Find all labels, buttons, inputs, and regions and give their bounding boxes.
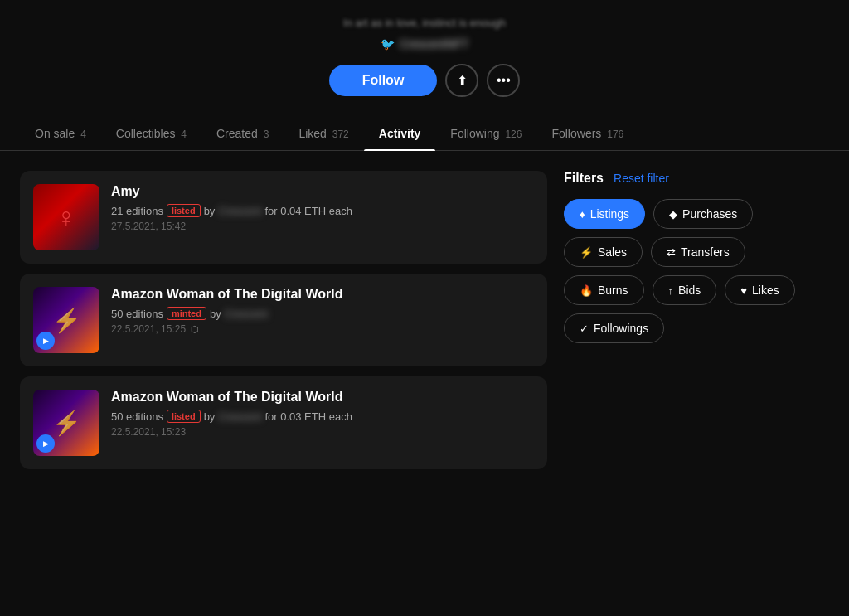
filter-sales-label: Sales xyxy=(598,245,627,259)
twitter-icon: 🐦 xyxy=(381,37,395,51)
tab-created-label: Created xyxy=(216,127,258,140)
tab-liked-label: Liked xyxy=(298,127,326,140)
activity-thumb-wrap-amy xyxy=(33,184,99,250)
activity-time-amy: 27.5.2021, 15:42 xyxy=(111,221,534,232)
activity-user-amazon-listed: Crescent xyxy=(218,410,261,423)
sales-icon: ⚡ xyxy=(580,246,593,259)
share-button[interactable]: ⬆ xyxy=(445,64,478,97)
filters-panel: Filters Reset filter ♦ Listings ◆ Purcha… xyxy=(564,171,829,469)
filter-transfers-button[interactable]: ⇄ Transfers xyxy=(651,237,745,267)
followings-icon: ✓ xyxy=(580,323,589,335)
tab-collectibles-count: 4 xyxy=(181,129,187,140)
activity-desc-amazon-listed: 50 editions listed by Crescent for 0.03 … xyxy=(111,410,534,423)
activity-card-amazon-minted: ▶ Amazon Woman of The Digital World 50 e… xyxy=(20,274,547,366)
activity-list: Amy 21 editions listed by Crescent for 0… xyxy=(20,171,547,469)
more-options-button[interactable]: ••• xyxy=(487,64,520,97)
tab-on-sale-count: 4 xyxy=(80,129,86,140)
activity-info-amazon-minted: Amazon Woman of The Digital World 50 edi… xyxy=(111,287,534,335)
activity-title-amazon-minted: Amazon Woman of The Digital World xyxy=(111,287,534,302)
activity-editions-amazon-minted: 50 editions xyxy=(111,308,163,320)
activity-time-amazon-listed: 22.5.2021, 15:23 xyxy=(111,426,534,438)
activity-badge-amazon-minted: minted xyxy=(167,307,206,320)
filter-buttons: ♦ Listings ◆ Purchases ⚡ Sales ⇄ Transfe… xyxy=(564,199,829,343)
filter-bids-button[interactable]: ↑ Bids xyxy=(653,275,717,305)
filter-burns-button[interactable]: 🔥 Burns xyxy=(564,275,644,305)
profile-tagline: In art as in love, instinct is enough xyxy=(0,17,849,29)
activity-thumb-wrap-amazon-minted: ▶ xyxy=(33,287,99,353)
share-icon: ⬆ xyxy=(457,73,468,89)
burns-icon: 🔥 xyxy=(580,284,593,297)
tab-liked-count: 372 xyxy=(332,129,349,140)
purchases-icon: ◆ xyxy=(669,208,677,221)
filter-burns-label: Burns xyxy=(598,284,628,297)
main-content: Amy 21 editions listed by Crescent for 0… xyxy=(0,151,849,489)
profile-header: In art as in love, instinct is enough 🐦 … xyxy=(0,0,849,97)
activity-info-amy: Amy 21 editions listed by Crescent for 0… xyxy=(111,184,534,232)
tab-following[interactable]: Following 126 xyxy=(435,117,536,150)
filter-listings-label: Listings xyxy=(590,207,629,221)
tab-activity-label: Activity xyxy=(379,127,421,140)
activity-card-amy: Amy 21 editions listed by Crescent for 0… xyxy=(20,171,547,264)
tab-following-label: Following xyxy=(450,127,499,140)
activity-badge-amazon-listed: listed xyxy=(167,410,201,423)
activity-time-amazon-minted: 22.5.2021, 15:25 ⬡ xyxy=(111,323,534,335)
tab-followers-count: 176 xyxy=(607,129,623,140)
reset-filter-button[interactable]: Reset filter xyxy=(614,172,669,185)
tab-following-count: 126 xyxy=(505,129,522,140)
profile-tabs: On sale 4 Collectibles 4 Created 3 Liked… xyxy=(0,117,849,151)
activity-editions-amy: 21 editions xyxy=(111,205,163,217)
profile-twitter-handle: CrescentNFT xyxy=(400,37,468,51)
filter-sales-button[interactable]: ⚡ Sales xyxy=(564,237,643,267)
filter-purchases-label: Purchases xyxy=(682,207,737,221)
filter-bids-label: Bids xyxy=(678,284,701,297)
filters-title: Filters xyxy=(564,171,604,186)
activity-desc-amy: 21 editions listed by Crescent for 0.04 … xyxy=(111,204,534,217)
activity-price-amy: for 0.04 ETH each xyxy=(264,205,352,217)
activity-price-amazon-listed: for 0.03 ETH each xyxy=(264,410,352,423)
filter-listings-button[interactable]: ♦ Listings xyxy=(564,199,645,229)
filter-followings-label: Followings xyxy=(594,322,648,335)
activity-card-amazon-listed: ▶ Amazon Woman of The Digital World 50 e… xyxy=(20,376,547,469)
more-icon: ••• xyxy=(497,73,511,88)
activity-badge-amy: listed xyxy=(167,204,201,217)
transfers-icon: ⇄ xyxy=(667,246,676,259)
activity-thumb-wrap-amazon-listed: ▶ xyxy=(33,390,99,456)
activity-editions-amazon-listed: 50 editions xyxy=(111,410,163,423)
activity-user-amazon-minted: Crescent xyxy=(225,308,268,320)
tab-created-count: 3 xyxy=(264,129,269,140)
activity-by-amazon-minted: by xyxy=(210,308,221,320)
activity-title-amy: Amy xyxy=(111,184,534,199)
filter-purchases-button[interactable]: ◆ Purchases xyxy=(653,199,753,229)
profile-twitter: 🐦 CrescentNFT xyxy=(0,37,849,51)
tab-followers-label: Followers xyxy=(551,127,601,140)
activity-desc-amazon-minted: 50 editions minted by Crescent xyxy=(111,307,534,320)
filters-header: Filters Reset filter xyxy=(564,171,829,186)
tab-activity[interactable]: Activity xyxy=(364,117,436,150)
listings-icon: ♦ xyxy=(580,208,585,221)
tab-on-sale[interactable]: On sale 4 xyxy=(20,117,101,150)
filter-likes-label: Likes xyxy=(752,284,779,297)
likes-icon: ♥ xyxy=(740,284,747,297)
filter-transfers-label: Transfers xyxy=(681,245,730,259)
activity-user-amy: Crescent xyxy=(218,205,261,217)
tab-created[interactable]: Created 3 xyxy=(201,117,284,150)
tab-collectibles[interactable]: Collectibles 4 xyxy=(101,117,201,150)
tab-collectibles-label: Collectibles xyxy=(116,127,176,140)
play-badge-amazon-minted: ▶ xyxy=(36,332,55,350)
activity-info-amazon-listed: Amazon Woman of The Digital World 50 edi… xyxy=(111,390,534,438)
filter-followings-button[interactable]: ✓ Followings xyxy=(564,313,664,343)
tab-on-sale-label: On sale xyxy=(35,127,75,140)
profile-actions: Follow ⬆ ••• xyxy=(0,64,849,97)
tab-followers[interactable]: Followers 176 xyxy=(536,117,638,150)
activity-by-amy: by xyxy=(204,205,216,217)
play-badge-amazon-listed: ▶ xyxy=(36,434,55,453)
follow-button[interactable]: Follow xyxy=(329,65,438,96)
tab-liked[interactable]: Liked 372 xyxy=(284,117,363,150)
activity-title-amazon-listed: Amazon Woman of The Digital World xyxy=(111,390,534,405)
external-link-icon[interactable]: ⬡ xyxy=(191,324,199,335)
activity-thumbnail-amy[interactable] xyxy=(33,184,99,250)
bids-icon: ↑ xyxy=(668,284,674,297)
activity-by-amazon-listed: by xyxy=(204,410,216,423)
filter-likes-button[interactable]: ♥ Likes xyxy=(725,275,794,305)
